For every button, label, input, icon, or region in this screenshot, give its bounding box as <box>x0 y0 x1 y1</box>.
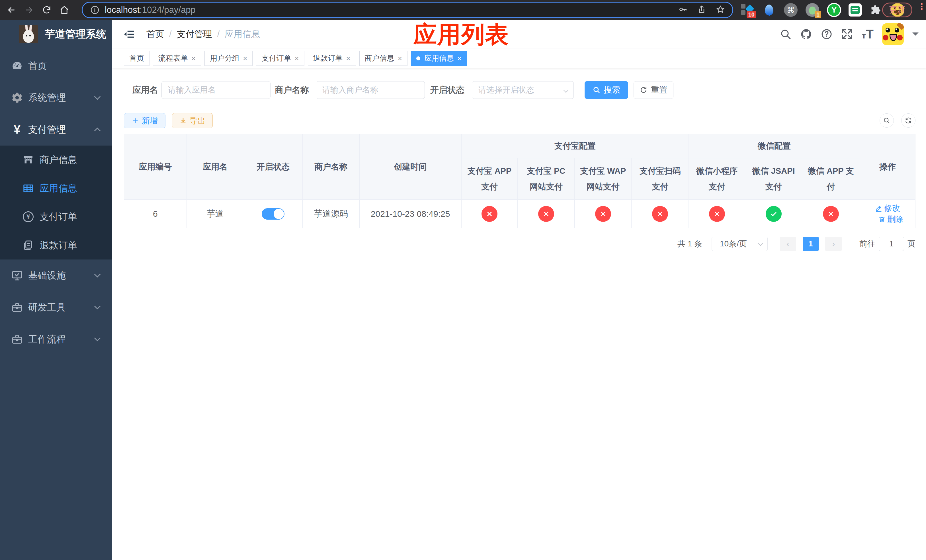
merchant-name-label: 商户名称 <box>275 84 309 96</box>
tab-merchant-info[interactable]: 商户信息× <box>359 51 407 66</box>
tab-user-group[interactable]: 用户分组× <box>204 51 253 66</box>
config-status-icon <box>538 206 554 222</box>
avatar-caret-icon[interactable] <box>912 32 918 39</box>
sidebar-item-home[interactable]: 首页 <box>0 50 112 82</box>
browser-forward-icon[interactable] <box>23 4 35 16</box>
extension-command-icon[interactable]: ⌘ <box>784 3 798 17</box>
col-app-name: 应用名 <box>186 134 244 200</box>
sidebar-item-label: 退款订单 <box>39 239 77 252</box>
merchant-name-input[interactable] <box>316 81 425 99</box>
sidebar-item-label: 系统管理 <box>28 91 66 104</box>
tab-pay-order[interactable]: 支付订单× <box>256 51 304 66</box>
breadcrumb-home[interactable]: 首页 <box>146 28 164 40</box>
col-app-id: 应用编号 <box>124 134 187 200</box>
sidebar-item-label: 研发工具 <box>28 301 66 314</box>
search-icon <box>593 86 601 94</box>
page-size-select[interactable]: 10条/页 <box>711 237 768 251</box>
config-status-icon <box>823 206 839 222</box>
search-icon[interactable] <box>780 28 791 40</box>
app-title: 芋道管理系统 <box>45 27 106 41</box>
sidebar-item-workflow[interactable]: 工作流程 <box>0 323 112 355</box>
edit-link[interactable]: 修改 <box>875 203 900 213</box>
next-page-button[interactable]: › <box>825 237 842 251</box>
col-actions: 操作 <box>859 134 915 200</box>
sidebar-item-refund-order[interactable]: 退款订单 <box>0 231 112 259</box>
close-icon[interactable]: × <box>457 55 461 62</box>
chevron-down-icon <box>563 88 568 92</box>
extension-chat-icon[interactable] <box>849 3 862 17</box>
sidebar-item-merchant-info[interactable]: 商户信息 <box>0 145 112 174</box>
col-alipay-app: 支付宝 APP 支付 <box>461 158 517 200</box>
status-toggle[interactable] <box>262 208 284 219</box>
show-search-button[interactable] <box>879 114 894 128</box>
close-icon[interactable]: × <box>398 55 402 62</box>
shop-icon <box>22 154 35 165</box>
sidebar-item-payment[interactable]: ¥ 支付管理 <box>0 114 112 145</box>
refresh-table-button[interactable] <box>901 114 915 128</box>
extensions-strip: 10 ⌘ 1 Y <box>740 0 904 20</box>
prev-page-button[interactable]: ‹ <box>780 237 796 251</box>
fullscreen-icon[interactable] <box>841 28 853 40</box>
sidebar-item-app-info[interactable]: 应用信息 <box>0 174 112 203</box>
close-icon[interactable]: × <box>346 55 351 62</box>
reset-button[interactable]: 重置 <box>634 81 673 99</box>
browser-update-button[interactable]: 更新 <box>882 3 912 17</box>
search-icon <box>883 117 890 124</box>
goto-page-input[interactable]: 1 <box>879 237 904 251</box>
app-name-input[interactable] <box>162 81 271 99</box>
share-icon[interactable] <box>697 5 706 15</box>
browser-home-icon[interactable] <box>58 4 71 16</box>
app-logo[interactable]: 芋道管理系统 <box>19 25 106 43</box>
gear-icon <box>11 92 24 104</box>
col-alipay-qr: 支付宝扫码支付 <box>632 158 689 200</box>
extension-profile-icon[interactable]: 1 <box>805 3 820 17</box>
sidebar-item-dev-tools[interactable]: 研发工具 <box>0 291 112 323</box>
sidebar-item-system[interactable]: 系统管理 <box>0 82 112 114</box>
status-label: 开启状态 <box>430 84 465 96</box>
page-annotation-title: 应用列表 <box>413 23 509 46</box>
extensions-puzzle-icon[interactable] <box>869 3 883 17</box>
font-size-icon[interactable]: ᴛT <box>862 27 874 41</box>
breadcrumb-payment[interactable]: 支付管理 <box>177 28 212 40</box>
app-name-label: 应用名 <box>132 84 158 96</box>
password-key-icon[interactable] <box>678 5 687 15</box>
tab-process-form[interactable]: 流程表单× <box>153 51 201 66</box>
col-created: 创建时间 <box>359 134 461 200</box>
add-button[interactable]: 新增 <box>124 113 165 128</box>
chevron-down-icon <box>94 335 101 342</box>
sidebar-item-pay-order[interactable]: ¥ 支付订单 <box>0 203 112 231</box>
github-icon[interactable] <box>800 28 812 40</box>
tab-refund-order[interactable]: 退款订单× <box>308 51 356 66</box>
export-button[interactable]: 导出 <box>172 113 213 128</box>
close-icon[interactable]: × <box>191 55 196 62</box>
bookmark-star-icon[interactable] <box>716 5 725 15</box>
help-icon[interactable] <box>821 28 832 40</box>
delete-link[interactable]: 删除 <box>878 214 903 225</box>
tab-app-info[interactable]: 应用信息× <box>411 51 467 66</box>
close-icon[interactable]: × <box>294 55 299 62</box>
url-text[interactable]: localhost:1024/pay/app <box>105 5 196 15</box>
site-info-icon[interactable] <box>90 5 100 15</box>
user-avatar[interactable] <box>882 23 904 45</box>
status-select[interactable]: 请选择开启状态 <box>472 81 574 99</box>
sidebar-collapse-icon[interactable] <box>123 28 135 40</box>
chevron-down-icon <box>94 94 101 100</box>
page-number-1[interactable]: 1 <box>803 237 819 251</box>
search-button[interactable]: 搜索 <box>585 81 628 99</box>
download-icon <box>179 117 187 124</box>
browser-reload-icon[interactable] <box>41 4 53 16</box>
sidebar-item-infrastructure[interactable]: 基础设施 <box>0 259 112 291</box>
breadcrumb-current: 应用信息 <box>225 28 260 40</box>
table-row: 6 芋道 芋道源码 2021-10-23 08:49:25 <box>124 200 915 228</box>
extension-y-icon[interactable]: Y <box>827 3 841 17</box>
top-navbar: 首页 / 支付管理 / 应用信息 应用列表 ᴛT <box>112 20 926 48</box>
browser-back-icon[interactable] <box>5 4 18 16</box>
address-bar[interactable]: localhost:1024/pay/app <box>82 2 733 18</box>
close-icon[interactable]: × <box>243 55 247 62</box>
browser-menu-icon[interactable]: ⋮ <box>917 5 921 8</box>
sidebar-item-label: 应用信息 <box>39 182 77 195</box>
extension-badge: 10 <box>747 11 756 18</box>
extension-balloon-icon[interactable] <box>762 3 776 17</box>
tab-home[interactable]: 首页 <box>124 51 150 66</box>
extension-pin-icon[interactable]: 10 <box>740 3 755 17</box>
